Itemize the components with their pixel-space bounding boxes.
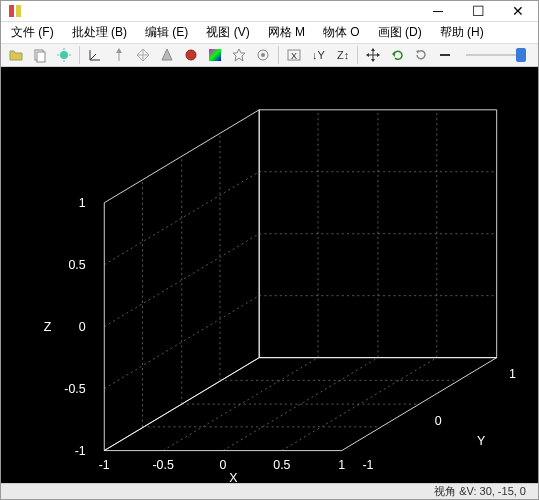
- plot-3d[interactable]: -1 -0.5 0 0.5 1 Z -1 -0.5 0 0.5 1 X -1 0…: [1, 67, 538, 483]
- svg-marker-17: [162, 49, 172, 60]
- x-axis-button[interactable]: X: [283, 44, 305, 66]
- menu-object[interactable]: 物体 O: [319, 22, 364, 43]
- axis-button[interactable]: [84, 44, 106, 66]
- minimize-button[interactable]: ─: [418, 1, 458, 21]
- svg-marker-33: [392, 51, 395, 57]
- undo-button[interactable]: [386, 44, 408, 66]
- menubar: 文件 (F) 批处理 (B) 编辑 (E) 视图 (V) 网格 M 物体 O 画…: [1, 22, 538, 44]
- menu-view[interactable]: 视图 (V): [202, 22, 253, 43]
- sphere-button[interactable]: [180, 44, 202, 66]
- toolbar: X ↓Y Z↕: [1, 44, 538, 67]
- settings-button[interactable]: [252, 44, 274, 66]
- svg-point-18: [186, 50, 196, 60]
- statusbar: 视角 &V: 30, -15, 0: [1, 483, 538, 499]
- open-button[interactable]: [5, 44, 27, 66]
- y-axis-label: Y: [477, 434, 485, 448]
- close-button[interactable]: ✕: [498, 1, 538, 21]
- plot-svg: -1 -0.5 0 0.5 1 Z -1 -0.5 0 0.5 1 X -1 0…: [1, 67, 538, 483]
- menu-image[interactable]: 画图 (D): [374, 22, 426, 43]
- svg-marker-32: [377, 53, 380, 57]
- z-tick: 1: [79, 196, 86, 210]
- z-tick: -0.5: [64, 382, 85, 396]
- menu-batch[interactable]: 批处理 (B): [68, 22, 131, 43]
- zoom-out-button[interactable]: [434, 44, 456, 66]
- svg-rect-19: [209, 49, 221, 61]
- y-tick: -1: [362, 458, 373, 472]
- colormap-button[interactable]: [204, 44, 226, 66]
- x-tick: 0.5: [273, 458, 290, 472]
- z-axis-label: Z: [44, 320, 52, 334]
- x-axis-label: X: [229, 471, 237, 483]
- svg-marker-13: [116, 48, 122, 53]
- window-buttons: ─ ☐ ✕: [418, 1, 538, 21]
- y-tick: 0: [435, 414, 442, 428]
- star-button[interactable]: [228, 44, 250, 66]
- z-tick: -1: [75, 444, 86, 458]
- z-tick: 0: [79, 320, 86, 334]
- z-tick: 0.5: [68, 258, 85, 272]
- svg-line-11: [90, 54, 96, 60]
- arrow-button[interactable]: [108, 44, 130, 66]
- separator: [357, 46, 358, 64]
- y-axis-button[interactable]: ↓Y: [307, 44, 329, 66]
- menu-edit[interactable]: 编辑 (E): [141, 22, 192, 43]
- x-tick: -1: [99, 458, 110, 472]
- svg-marker-29: [371, 48, 375, 51]
- svg-rect-3: [37, 52, 45, 62]
- zoom-slider[interactable]: [458, 54, 534, 56]
- svg-text:↓Y: ↓Y: [312, 49, 326, 61]
- menu-grid[interactable]: 网格 M: [264, 22, 309, 43]
- titlebar: ─ ☐ ✕: [1, 1, 538, 22]
- menu-file[interactable]: 文件 (F): [7, 22, 58, 43]
- view-angle-status: 视角 &V: 30, -15, 0: [434, 484, 526, 499]
- x-tick: 1: [338, 458, 345, 472]
- z-axis-button[interactable]: Z↕: [331, 44, 353, 66]
- wireframe-button[interactable]: [132, 44, 154, 66]
- y-tick: 1: [509, 367, 516, 381]
- svg-point-4: [60, 51, 68, 59]
- svg-text:Z↕: Z↕: [337, 49, 349, 61]
- svg-marker-20: [233, 49, 245, 61]
- svg-marker-30: [371, 59, 375, 62]
- menu-help[interactable]: 帮助 (H): [436, 22, 488, 43]
- move-button[interactable]: [362, 44, 384, 66]
- svg-text:X: X: [291, 51, 297, 61]
- svg-marker-31: [366, 53, 369, 57]
- x-tick: 0: [220, 458, 227, 472]
- separator: [278, 46, 279, 64]
- copy-button[interactable]: [29, 44, 51, 66]
- svg-rect-0: [9, 5, 14, 17]
- svg-rect-1: [16, 5, 21, 17]
- separator: [79, 46, 80, 64]
- maximize-button[interactable]: ☐: [458, 1, 498, 21]
- app-icon: [7, 3, 23, 19]
- rotate-button[interactable]: [410, 44, 432, 66]
- slider-thumb[interactable]: [516, 48, 526, 62]
- x-tick: -0.5: [152, 458, 173, 472]
- svg-point-22: [261, 53, 265, 57]
- cone-button[interactable]: [156, 44, 178, 66]
- app-window: ─ ☐ ✕ 文件 (F) 批处理 (B) 编辑 (E) 视图 (V) 网格 M …: [0, 0, 539, 500]
- light-button[interactable]: [53, 44, 75, 66]
